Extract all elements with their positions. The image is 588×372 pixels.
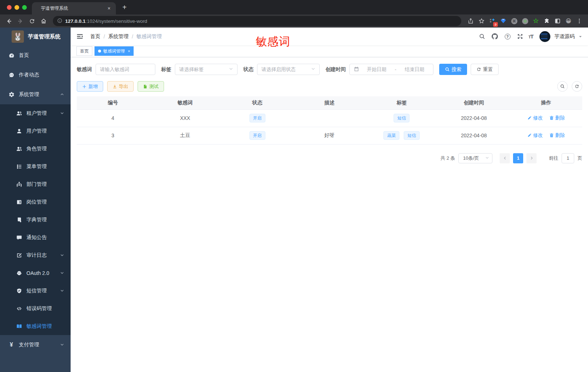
- main-area: 首页 / 系统管理 / 敏感词管理 ?: [71, 28, 588, 372]
- url-text: 127.0.0.1:1024/system/sensitive-word: [65, 18, 147, 24]
- tag-tab-home[interactable]: 首页: [76, 46, 92, 56]
- sidebar-item-label: OAuth 2.0: [26, 270, 49, 276]
- tag-select[interactable]: 请选择标签: [175, 64, 238, 75]
- extension-command-icon[interactable]: ⌘: [509, 16, 519, 26]
- zoom-window-button[interactable]: [22, 5, 27, 10]
- filter-created-label: 创建时间: [326, 66, 346, 73]
- toggle-search-icon[interactable]: [557, 81, 568, 92]
- fold-sidebar-icon[interactable]: [76, 33, 84, 41]
- reset-button[interactable]: 重置: [471, 64, 499, 75]
- github-icon[interactable]: [491, 32, 499, 41]
- sidebar-item-sms[interactable]: 短信管理: [0, 282, 71, 300]
- side-panel-icon[interactable]: [553, 16, 563, 26]
- sidebar-item-audit-log[interactable]: 审计日志: [0, 246, 71, 264]
- sidebar-item-dept[interactable]: 部门管理: [0, 175, 71, 193]
- site-info-icon[interactable]: [57, 18, 62, 24]
- shield-check-icon: [16, 288, 22, 294]
- help-icon[interactable]: ?: [503, 32, 512, 41]
- table-row: 3 土豆 开启 好呀 蔬菜 短信 2022-04-08: [77, 127, 582, 144]
- mac-window-controls[interactable]: [0, 0, 32, 14]
- sidebar-item-menu[interactable]: 菜单管理: [0, 158, 71, 175]
- tags-view-bar: 首页 敏感词管理 ×: [71, 45, 588, 57]
- new-tab-button[interactable]: +: [122, 0, 127, 14]
- page-size-select[interactable]: 10条/页: [458, 153, 492, 163]
- filter-tag-label: 标签: [161, 66, 171, 73]
- sidebar-item-author-news[interactable]: 作者动态: [0, 65, 71, 85]
- delete-link[interactable]: 删除: [549, 115, 565, 121]
- sidebar-item-error-code[interactable]: 错误码管理: [0, 300, 71, 317]
- sidebar-item-label: 通知公告: [26, 234, 47, 241]
- breadcrumb-separator: /: [104, 34, 105, 39]
- goto-page-input[interactable]: [562, 153, 574, 163]
- status-select[interactable]: 请选择启用状态: [257, 64, 320, 75]
- forward-icon[interactable]: [15, 16, 25, 26]
- user-avatar[interactable]: [539, 31, 550, 42]
- page-content: 敏感词 标签 请选择标签 状态 请选择启用状态 创建时间: [71, 57, 588, 163]
- close-tab-icon[interactable]: ×: [106, 5, 112, 12]
- browser-menu-icon[interactable]: [574, 16, 584, 26]
- calendar-icon: [354, 66, 359, 73]
- date-range-picker[interactable]: 开始日期 - 结束日期: [349, 64, 433, 75]
- sidebar-item-payment[interactable]: ¥ 支付管理: [0, 335, 71, 355]
- extensions-puzzle-icon[interactable]: [542, 16, 552, 26]
- sidebar-item-label: 字典管理: [26, 217, 47, 223]
- status-badge: 开启: [249, 114, 265, 122]
- edit-link[interactable]: 修改: [527, 132, 543, 139]
- export-button[interactable]: 导出: [107, 81, 134, 92]
- sidebar-item-notice[interactable]: 通知公告: [0, 229, 71, 246]
- close-window-button[interactable]: [7, 5, 12, 10]
- delete-link[interactable]: 删除: [549, 132, 565, 139]
- sidebar-item-label: 租户管理: [26, 110, 47, 117]
- fullscreen-icon[interactable]: [516, 32, 525, 41]
- extension-gem-icon[interactable]: [498, 16, 508, 26]
- users-icon: [16, 146, 22, 152]
- refresh-table-icon[interactable]: [572, 81, 582, 92]
- url-bar[interactable]: 127.0.0.1:1024/system/sensitive-word: [53, 16, 461, 26]
- extension-star-icon[interactable]: [531, 16, 541, 26]
- bookmark-star-icon[interactable]: [476, 16, 487, 26]
- reload-icon[interactable]: [27, 16, 37, 26]
- search-button[interactable]: 搜索: [439, 64, 467, 75]
- search-icon[interactable]: [478, 32, 487, 41]
- goto-unit: 页: [578, 155, 582, 162]
- sidebar-item-role[interactable]: 角色管理: [0, 140, 71, 158]
- breadcrumb-system[interactable]: 系统管理: [108, 33, 129, 40]
- font-size-icon[interactable]: TT: [529, 33, 533, 39]
- sidebar-item-user[interactable]: 用户管理: [0, 122, 71, 140]
- test-button[interactable]: 测试: [138, 81, 164, 92]
- extension-tango-icon[interactable]: 9: [487, 16, 497, 26]
- range-separator: -: [394, 67, 397, 72]
- breadcrumb-home[interactable]: 首页: [90, 33, 100, 40]
- share-icon[interactable]: [466, 16, 476, 26]
- sidebar-item-home[interactable]: 首页: [0, 46, 71, 65]
- cell-word: 土豆: [149, 127, 221, 144]
- tag-tab-sensitive-word[interactable]: 敏感词管理 ×: [94, 46, 134, 56]
- user-menu-caret-icon[interactable]: [579, 33, 582, 40]
- sidebar-item-system[interactable]: 系统管理: [0, 85, 71, 104]
- extension-record-icon[interactable]: [520, 16, 530, 26]
- sidebar-item-dict[interactable]: 字典管理: [0, 211, 71, 229]
- close-tag-icon[interactable]: ×: [128, 49, 130, 53]
- home-icon[interactable]: [38, 16, 49, 26]
- message-icon: [16, 234, 22, 241]
- edit-link[interactable]: 修改: [527, 115, 543, 121]
- chevron-down-icon: [485, 155, 489, 161]
- sidebar-item-oauth[interactable]: OAuth 2.0: [0, 264, 71, 282]
- page-size-value: 10条/页: [463, 155, 479, 162]
- next-page-icon[interactable]: [526, 153, 537, 163]
- sidebar-item-sensitive-word[interactable]: 敏感词管理: [0, 317, 71, 335]
- sidebar-item-post[interactable]: 岗位管理: [0, 193, 71, 211]
- app-header: 首页 / 系统管理 / 敏感词管理 ?: [71, 28, 588, 45]
- back-icon[interactable]: [4, 16, 14, 26]
- page-number[interactable]: 1: [513, 153, 523, 163]
- test-button-label: 测试: [149, 83, 159, 90]
- sidebar-item-tenant[interactable]: 租户管理: [0, 104, 71, 122]
- edit-link-label: 修改: [533, 132, 543, 139]
- browser-tab[interactable]: 芋道管理系统 ×: [32, 2, 116, 14]
- add-button[interactable]: 新增: [77, 81, 103, 92]
- prev-page-icon[interactable]: [500, 153, 510, 163]
- word-input[interactable]: [100, 67, 151, 72]
- username: 芋道源码: [554, 33, 575, 40]
- profile-avatar-icon[interactable]: 😀: [563, 16, 574, 26]
- minimize-window-button[interactable]: [14, 5, 19, 10]
